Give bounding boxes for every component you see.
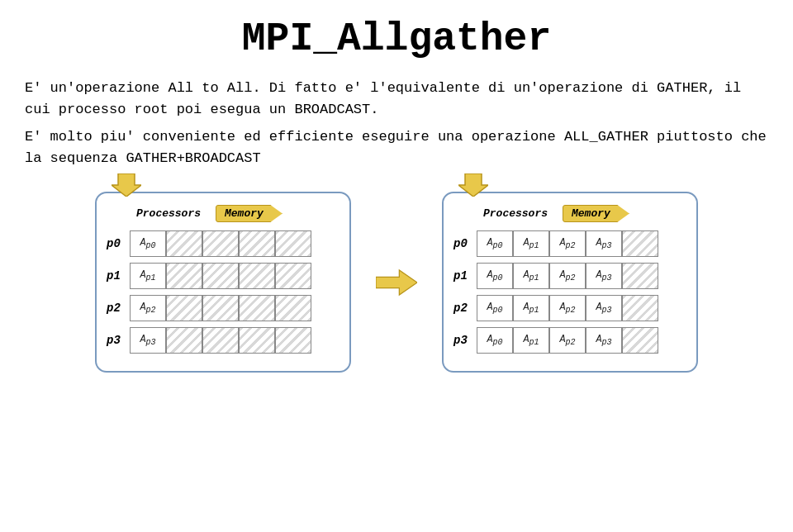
table-row: p2Ap2 bbox=[107, 295, 340, 321]
svg-marker-1 bbox=[376, 270, 417, 295]
memory-cell bbox=[166, 230, 202, 257]
memory-cell: Ap0 bbox=[477, 263, 513, 289]
table-row: p0Ap0Ap1Ap2Ap3 bbox=[453, 230, 686, 257]
after-header: Processors Memory bbox=[453, 205, 686, 222]
proc-label: p1 bbox=[107, 269, 130, 283]
memory-cell bbox=[166, 295, 202, 321]
memory-cell bbox=[622, 295, 658, 321]
memory-cell: Ap0 bbox=[477, 295, 513, 321]
before-processors-label: Processors bbox=[136, 207, 201, 220]
table-row: p0Ap0 bbox=[107, 230, 340, 257]
memory-cell bbox=[202, 327, 239, 354]
memory-cell: Ap3 bbox=[586, 230, 622, 257]
table-row: p2Ap0Ap1Ap2Ap3 bbox=[453, 295, 686, 321]
memory-cell bbox=[622, 230, 658, 257]
mem-cells: Ap0Ap1Ap2Ap3 bbox=[477, 263, 658, 289]
memory-cell: Ap1 bbox=[130, 263, 166, 289]
between-arrow bbox=[376, 268, 417, 297]
memory-cell: Ap1 bbox=[513, 327, 549, 354]
memory-cell: Ap2 bbox=[549, 327, 586, 354]
memory-cell bbox=[275, 295, 311, 321]
memory-cell: Ap2 bbox=[549, 263, 586, 289]
mem-cells: Ap1 bbox=[130, 263, 311, 289]
before-memory-label: Memory bbox=[216, 205, 283, 222]
memory-cell: Ap2 bbox=[549, 295, 586, 321]
memory-cell bbox=[275, 327, 311, 354]
memory-cell: Ap0 bbox=[130, 230, 166, 257]
memory-cell bbox=[239, 263, 275, 289]
mem-cells: Ap0 bbox=[130, 230, 311, 257]
table-row: p1Ap0Ap1Ap2Ap3 bbox=[453, 263, 686, 289]
proc-label: p0 bbox=[453, 237, 477, 250]
memory-cell bbox=[202, 295, 239, 321]
before-rows: p0Ap0p1Ap1p2Ap2p3Ap3 bbox=[107, 230, 340, 354]
memory-cell: Ap1 bbox=[513, 263, 549, 289]
mem-cells: Ap0Ap1Ap2Ap3 bbox=[477, 230, 658, 257]
memory-cell bbox=[622, 263, 658, 289]
memory-cell bbox=[239, 327, 275, 354]
memory-cell bbox=[202, 230, 239, 257]
paragraph-1: E' un'operazione All to All. Di fatto e'… bbox=[25, 78, 768, 120]
mem-cells: Ap2 bbox=[130, 295, 311, 321]
before-diagram: Processors Memory p0Ap0p1Ap1p2Ap2p3Ap3 bbox=[95, 192, 351, 373]
proc-label: p1 bbox=[453, 269, 477, 283]
table-row: p1Ap1 bbox=[107, 263, 340, 289]
memory-cell: Ap3 bbox=[586, 263, 622, 289]
memory-cell: Ap2 bbox=[130, 295, 166, 321]
table-row: p3Ap3 bbox=[107, 327, 340, 354]
memory-cell bbox=[275, 263, 311, 289]
after-rows: p0Ap0Ap1Ap2Ap3p1Ap0Ap1Ap2Ap3p2Ap0Ap1Ap2A… bbox=[453, 230, 686, 354]
after-top-arrow bbox=[458, 173, 488, 201]
page-title: MPI_Allgather bbox=[25, 17, 768, 61]
memory-cell: Ap3 bbox=[586, 327, 622, 354]
after-memory-label: Memory bbox=[563, 205, 629, 222]
proc-label: p3 bbox=[453, 334, 477, 347]
memory-cell: Ap1 bbox=[513, 295, 549, 321]
memory-cell bbox=[239, 295, 275, 321]
memory-cell bbox=[166, 327, 202, 354]
memory-cell bbox=[622, 327, 658, 354]
memory-cell: Ap3 bbox=[130, 327, 166, 354]
before-top-arrow bbox=[112, 173, 141, 201]
proc-label: p2 bbox=[107, 302, 130, 315]
memory-cell bbox=[166, 263, 202, 289]
after-diagram: Processors Memory p0Ap0Ap1Ap2Ap3p1Ap0Ap1… bbox=[442, 192, 698, 373]
proc-label: p3 bbox=[107, 334, 130, 347]
diagrams-row: Processors Memory p0Ap0p1Ap1p2Ap2p3Ap3 P… bbox=[25, 192, 768, 373]
table-row: p3Ap0Ap1Ap2Ap3 bbox=[453, 327, 686, 354]
proc-label: p2 bbox=[453, 302, 477, 315]
mem-cells: Ap0Ap1Ap2Ap3 bbox=[477, 295, 658, 321]
proc-label: p0 bbox=[107, 237, 130, 250]
memory-cell: Ap0 bbox=[477, 327, 513, 354]
memory-cell bbox=[239, 230, 275, 257]
memory-cell: Ap2 bbox=[549, 230, 586, 257]
memory-cell bbox=[275, 230, 311, 257]
mem-cells: Ap3 bbox=[130, 327, 311, 354]
after-processors-label: Processors bbox=[483, 207, 548, 220]
memory-cell bbox=[202, 263, 239, 289]
before-header: Processors Memory bbox=[107, 205, 340, 222]
memory-cell: Ap3 bbox=[586, 295, 622, 321]
svg-marker-2 bbox=[458, 173, 488, 197]
memory-cell: Ap0 bbox=[477, 230, 513, 257]
mem-cells: Ap0Ap1Ap2Ap3 bbox=[477, 327, 658, 354]
memory-cell: Ap1 bbox=[513, 230, 549, 257]
paragraph-2: E' molto piu' conveniente ed efficiente … bbox=[25, 126, 768, 169]
svg-marker-0 bbox=[112, 173, 141, 197]
